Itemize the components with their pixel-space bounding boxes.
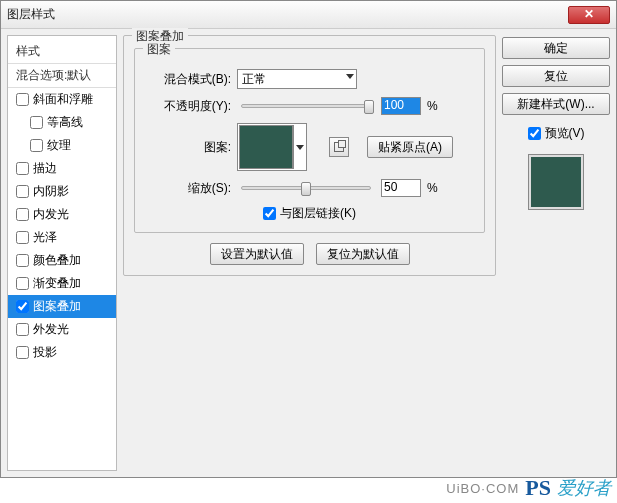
sidebar-item[interactable]: 渐变叠加	[8, 272, 116, 295]
sidebar-item[interactable]: 斜面和浮雕	[8, 88, 116, 111]
link-row: 与图层链接(K)	[145, 205, 474, 222]
sidebar-item-label: 投影	[33, 344, 57, 361]
opacity-input[interactable]: 100	[381, 97, 421, 115]
percent-label: %	[427, 181, 438, 195]
style-checkbox[interactable]	[16, 277, 29, 290]
sidebar-item-label: 内发光	[33, 206, 69, 223]
sidebar-item[interactable]: 外发光	[8, 318, 116, 341]
watermark-logo: PS	[525, 475, 551, 501]
watermark-url: UiBO·COM	[446, 481, 519, 496]
sidebar-item[interactable]: 等高线	[8, 111, 116, 134]
preview-checkbox[interactable]	[528, 127, 541, 140]
blend-mode-value: 正常	[242, 71, 266, 88]
chevron-down-icon	[346, 74, 354, 79]
sidebar-item[interactable]: 投影	[8, 341, 116, 364]
sidebar-item[interactable]: 颜色叠加	[8, 249, 116, 272]
ok-button[interactable]: 确定	[502, 37, 610, 59]
style-checkbox[interactable]	[16, 231, 29, 244]
pattern-overlay-group: 图案叠加 图案 混合模式(B): 正常 不透明度(Y):	[123, 35, 496, 276]
new-style-button[interactable]: 新建样式(W)...	[502, 93, 610, 115]
preview-label: 预览(V)	[545, 125, 585, 142]
scale-input[interactable]: 50	[381, 179, 421, 197]
style-checkbox[interactable]	[16, 93, 29, 106]
style-checkbox[interactable]	[16, 208, 29, 221]
sidebar-item[interactable]: 内阴影	[8, 180, 116, 203]
sidebar-item-label: 等高线	[47, 114, 83, 131]
style-checkbox[interactable]	[16, 254, 29, 267]
dialog-content: 样式 混合选项:默认 斜面和浮雕等高线纹理描边内阴影内发光光泽颜色叠加渐变叠加图…	[1, 29, 616, 477]
pattern-dropdown-icon[interactable]	[293, 125, 305, 169]
opacity-row: 不透明度(Y): 100 %	[145, 97, 474, 115]
styles-sidebar: 样式 混合选项:默认 斜面和浮雕等高线纹理描边内阴影内发光光泽颜色叠加渐变叠加图…	[7, 35, 117, 471]
pattern-label: 图案:	[145, 139, 231, 156]
sidebar-header[interactable]: 样式	[8, 40, 116, 64]
style-checkbox[interactable]	[30, 139, 43, 152]
sidebar-item-label: 描边	[33, 160, 57, 177]
watermark-cn: 爱好者	[557, 476, 611, 500]
reset-button[interactable]: 复位	[502, 65, 610, 87]
opacity-slider[interactable]	[241, 104, 371, 108]
center-panel: 图案叠加 图案 混合模式(B): 正常 不透明度(Y):	[123, 35, 496, 471]
pattern-row: 图案: 贴紧原点(A)	[145, 123, 474, 171]
right-panel: 确定 复位 新建样式(W)... 预览(V)	[502, 35, 610, 471]
snap-origin-button[interactable]: 贴紧原点(A)	[367, 136, 453, 158]
sidebar-item-label: 内阴影	[33, 183, 69, 200]
preview-swatch	[528, 154, 584, 210]
sidebar-item-label: 外发光	[33, 321, 69, 338]
link-label: 与图层链接(K)	[280, 205, 356, 222]
default-buttons: 设置为默认值 复位为默认值	[134, 243, 485, 265]
reset-default-button[interactable]: 复位为默认值	[316, 243, 410, 265]
pattern-picker[interactable]	[237, 123, 307, 171]
sidebar-item-label: 颜色叠加	[33, 252, 81, 269]
percent-label: %	[427, 99, 438, 113]
close-button[interactable]: ✕	[568, 6, 610, 24]
sidebar-item-label: 纹理	[47, 137, 71, 154]
scale-label: 缩放(S):	[145, 180, 231, 197]
sidebar-item[interactable]: 光泽	[8, 226, 116, 249]
style-checkbox[interactable]	[16, 162, 29, 175]
style-checkbox[interactable]	[16, 323, 29, 336]
new-preset-button[interactable]	[329, 137, 349, 157]
link-checkbox[interactable]	[263, 207, 276, 220]
inner-group-title: 图案	[143, 41, 175, 58]
blend-mode-label: 混合模式(B):	[145, 71, 231, 88]
scale-row: 缩放(S): 50 %	[145, 179, 474, 197]
watermark: UiBO·COM PS 爱好者	[446, 475, 611, 501]
sidebar-item-label: 图案叠加	[33, 298, 81, 315]
style-checkbox[interactable]	[30, 116, 43, 129]
slider-thumb[interactable]	[301, 182, 311, 196]
sidebar-item-label: 斜面和浮雕	[33, 91, 93, 108]
style-checkbox[interactable]	[16, 346, 29, 359]
set-default-button[interactable]: 设置为默认值	[210, 243, 304, 265]
new-preset-icon	[334, 142, 344, 152]
titlebar[interactable]: 图层样式 ✕	[1, 1, 616, 29]
style-checkbox[interactable]	[16, 300, 29, 313]
sidebar-item[interactable]: 纹理	[8, 134, 116, 157]
sidebar-item[interactable]: 内发光	[8, 203, 116, 226]
sidebar-blend-options[interactable]: 混合选项:默认	[8, 64, 116, 88]
opacity-label: 不透明度(Y):	[145, 98, 231, 115]
sidebar-item[interactable]: 图案叠加	[8, 295, 116, 318]
layer-style-dialog: 图层样式 ✕ 样式 混合选项:默认 斜面和浮雕等高线纹理描边内阴影内发光光泽颜色…	[0, 0, 617, 478]
sidebar-item[interactable]: 描边	[8, 157, 116, 180]
style-checkbox[interactable]	[16, 185, 29, 198]
pattern-swatch	[239, 125, 293, 169]
pattern-group: 图案 混合模式(B): 正常 不透明度(Y): 100	[134, 48, 485, 233]
blend-mode-row: 混合模式(B): 正常	[145, 69, 474, 89]
preview-row: 预览(V)	[502, 125, 610, 142]
window-title: 图层样式	[7, 6, 568, 23]
slider-thumb[interactable]	[364, 100, 374, 114]
sidebar-item-label: 光泽	[33, 229, 57, 246]
blend-mode-select[interactable]: 正常	[237, 69, 357, 89]
scale-slider[interactable]	[241, 186, 371, 190]
sidebar-item-label: 渐变叠加	[33, 275, 81, 292]
